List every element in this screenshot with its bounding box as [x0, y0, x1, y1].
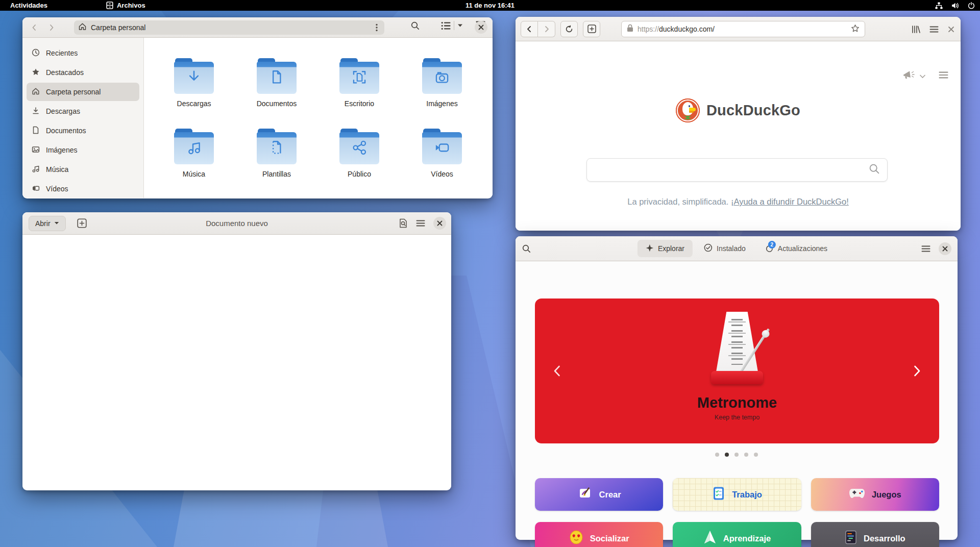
- carousel-dot[interactable]: [754, 453, 758, 457]
- url-bar[interactable]: https://duckduckgo.com/: [621, 21, 865, 37]
- library-icon[interactable]: [912, 25, 920, 34]
- featured-app-subtitle: Keep the tempo: [535, 414, 939, 421]
- sidebar-item-destacados[interactable]: Destacados: [27, 63, 139, 82]
- back-button[interactable]: [521, 21, 538, 37]
- folder-musica[interactable]: Música: [153, 129, 235, 199]
- tab-explorar[interactable]: Explorar: [638, 240, 693, 257]
- megaphone-icon[interactable]: [902, 70, 916, 82]
- forward-button[interactable]: [45, 21, 58, 34]
- page-menu-icon[interactable]: [939, 71, 948, 81]
- open-button[interactable]: Abrir: [29, 216, 66, 231]
- browser-headerbar: https://duckduckgo.com/: [516, 17, 961, 41]
- path-bar[interactable]: Carpeta personal: [74, 20, 384, 35]
- tab-label: Explorar: [658, 244, 684, 253]
- sidebar-item-recientes[interactable]: Recientes: [27, 44, 139, 62]
- folder-videos[interactable]: Vídeos: [401, 129, 483, 199]
- featured-banner[interactable]: Metronome Keep the tempo: [535, 299, 939, 443]
- system-status-area[interactable]: [935, 0, 975, 11]
- carousel-next-icon[interactable]: [909, 362, 926, 380]
- category-crear[interactable]: Crear: [535, 478, 663, 511]
- tab-instalado[interactable]: Instalado: [696, 240, 754, 257]
- category-desarrollo[interactable]: Desarrollo: [811, 522, 939, 547]
- sidebar-label: Descargas: [46, 107, 80, 115]
- search-icon[interactable]: [410, 21, 420, 31]
- home-icon: [78, 22, 87, 33]
- menu-icon[interactable]: [921, 245, 930, 252]
- path-more-dots-icon[interactable]: [372, 23, 381, 32]
- work-icon: [712, 486, 725, 503]
- tab-actualizaciones[interactable]: 2 Actualizaciones: [757, 240, 836, 257]
- sidebar-label: Vídeos: [46, 185, 68, 193]
- duckduckgo-logo-icon: [676, 98, 700, 122]
- focused-app-menu[interactable]: Archivos: [101, 0, 151, 11]
- tagline-link[interactable]: ¡Ayuda a difundir DuckDuckGo!: [731, 197, 849, 206]
- view-toggle-button[interactable]: [441, 21, 463, 30]
- video-emblem-icon: [432, 138, 452, 159]
- featured-app-title: Metronome: [535, 394, 939, 411]
- carousel-dot[interactable]: [744, 453, 748, 457]
- folder-descargas[interactable]: Descargas: [153, 58, 235, 129]
- duckduckgo-logo-text: DuckDuckGo: [706, 102, 800, 119]
- new-document-icon[interactable]: [77, 218, 87, 228]
- folder-publico[interactable]: Público: [318, 129, 401, 199]
- category-aprendizaje[interactable]: Aprendizaje: [673, 522, 801, 547]
- power-icon: [968, 2, 975, 9]
- carousel-dot[interactable]: [734, 453, 739, 457]
- sidebar-item-musica[interactable]: Música: [27, 160, 139, 179]
- activities-button[interactable]: Actividades: [5, 0, 53, 11]
- close-icon[interactable]: [475, 21, 487, 34]
- tab-label: Actualizaciones: [778, 244, 827, 253]
- search-icon[interactable]: [869, 163, 880, 177]
- metronome-artwork: [699, 312, 775, 389]
- text-editor-window: Abrir Documento nuevo: [22, 212, 451, 490]
- carousel-prev-icon[interactable]: [548, 362, 566, 380]
- forward-button[interactable]: [538, 21, 555, 37]
- chevron-down-icon[interactable]: [920, 71, 925, 81]
- tagline: La privacidad, simplificada. ¡Ayuda a di…: [516, 197, 961, 207]
- sidebar-item-carpeta-personal[interactable]: Carpeta personal: [27, 83, 139, 101]
- menu-icon[interactable]: [929, 26, 939, 33]
- editor-text-area[interactable]: [22, 235, 451, 490]
- sidebar-item-documentos[interactable]: Documentos: [27, 121, 139, 140]
- files-headerbar: Carpeta personal: [22, 17, 493, 38]
- carousel-dot[interactable]: [715, 453, 719, 457]
- carousel-dot-active[interactable]: [725, 453, 729, 457]
- bookmark-star-icon[interactable]: [851, 24, 860, 35]
- menu-icon[interactable]: [416, 220, 425, 227]
- clock[interactable]: 11 de nov 16:41: [465, 2, 514, 9]
- document-search-icon[interactable]: [399, 218, 408, 228]
- software-window: Explorar Instalado 2 Actualizaciones: [516, 236, 958, 540]
- path-label: Carpeta personal: [91, 23, 145, 32]
- folder-escritorio[interactable]: Escritorio: [318, 58, 401, 129]
- reload-icon[interactable]: [560, 21, 578, 37]
- folder-plantillas[interactable]: Plantillas: [235, 129, 318, 199]
- search-box[interactable]: [586, 158, 888, 182]
- files-window: Carpeta personal Recientes: [22, 17, 493, 198]
- search-input[interactable]: [587, 165, 869, 175]
- create-icon: [577, 486, 593, 503]
- share-emblem-icon: [350, 138, 369, 159]
- document-icon: [32, 126, 40, 136]
- new-tab-icon[interactable]: [583, 21, 600, 37]
- close-icon[interactable]: [433, 217, 446, 230]
- category-trabajo[interactable]: Trabajo: [673, 478, 801, 511]
- folder-documentos[interactable]: Documentos: [235, 58, 318, 129]
- music-icon: [32, 165, 40, 175]
- star-icon: [32, 68, 40, 78]
- search-icon[interactable]: [522, 244, 531, 254]
- folder-imagenes[interactable]: Imágenes: [401, 58, 483, 129]
- download-icon: [32, 107, 40, 116]
- sidebar-item-imagenes[interactable]: Imágenes: [27, 141, 139, 159]
- category-juegos[interactable]: Juegos: [811, 478, 939, 511]
- recent-icon: [32, 48, 40, 58]
- sidebar-item-descargas[interactable]: Descargas: [27, 102, 139, 120]
- open-button-label: Abrir: [35, 219, 51, 228]
- music-emblem-icon: [184, 138, 204, 159]
- explore-icon: [646, 244, 654, 254]
- category-socializar[interactable]: Socializar: [535, 522, 663, 547]
- close-icon[interactable]: [948, 26, 954, 33]
- back-button[interactable]: [28, 21, 41, 34]
- close-icon[interactable]: [939, 242, 951, 255]
- sidebar-item-videos[interactable]: Vídeos: [27, 180, 139, 198]
- carousel-dots[interactable]: [516, 453, 958, 457]
